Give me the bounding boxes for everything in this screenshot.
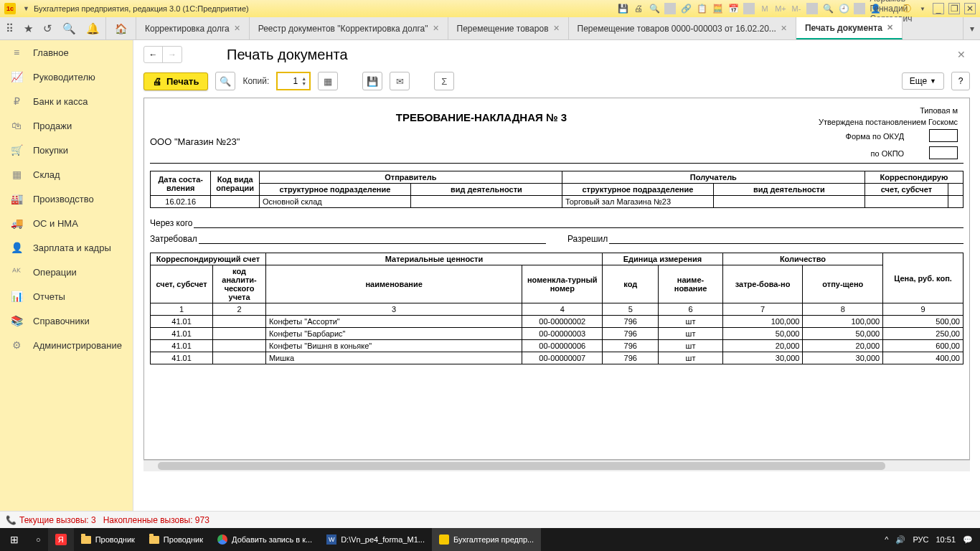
taskbar-label: Добавить запись в к... (232, 535, 312, 544)
m-plus-icon[interactable]: M+ (775, 3, 786, 14)
table-row: 41.01Мишка00-00000007796шт30,00030,00040… (151, 352, 963, 364)
sidebar-item-purchases[interactable]: 🛒Покупки (0, 138, 133, 162)
spin-up-icon[interactable]: ▲ (301, 76, 306, 81)
user-name[interactable]: Абрамов Геннадий Сергеевич (885, 3, 897, 14)
sidebar-item-admin[interactable]: ⚙Администрирование (0, 333, 133, 357)
tab-item[interactable]: Корректировка долга✕ (136, 17, 250, 39)
tab-item[interactable]: Перемещение товаров✕ (448, 17, 569, 39)
taskbar-item-active[interactable]: Бухгалтерия предпр... (432, 528, 541, 551)
maximize-button[interactable]: ❐ (948, 3, 960, 14)
th: Количество (722, 253, 882, 265)
print-button[interactable]: 🖨 Печать (143, 72, 208, 90)
taskbar-item[interactable]: Добавить запись в к... (210, 528, 319, 551)
th-extra (948, 184, 963, 196)
app-menu-dropdown-icon[interactable]: ▼ (23, 5, 29, 12)
calc-icon[interactable]: 🧮 (712, 3, 723, 14)
template-button[interactable]: ▦ (318, 72, 338, 90)
tab-item[interactable]: Перемещение товаров 0000-000003 от 16.02… (569, 17, 796, 39)
history-icon[interactable]: ↺ (43, 22, 52, 35)
calendar-icon[interactable]: 📅 (727, 3, 739, 14)
volume-icon[interactable]: 🔊 (895, 535, 905, 545)
sidebar-item-main[interactable]: ≡Главное (0, 40, 133, 65)
notifications-tray-icon[interactable]: 💬 (963, 535, 973, 545)
sidebar-item-sales[interactable]: 🛍Продажи (0, 113, 133, 138)
zoom-icon[interactable]: 🔍 (822, 3, 834, 14)
start-button[interactable]: ⊞ (0, 534, 29, 545)
spin-down-icon[interactable]: ▼ (301, 81, 306, 86)
titlebar-right: 💾 🖨 🔍 🔗 📋 🧮 📅 M M+ M- 🔍 🕘 👤 Абрамов Генн… (617, 3, 976, 14)
home-button[interactable]: 🏠 (105, 17, 136, 39)
forward-button[interactable]: → (163, 47, 182, 62)
preview-icon[interactable]: 🔍 (649, 3, 660, 14)
save-icon[interactable]: 💾 (617, 3, 628, 14)
favorite-icon[interactable]: ★ (24, 22, 33, 35)
tabbar-left-icons: ⠿ ★ ↺ 🔍 🔔 (0, 17, 105, 39)
apps-icon[interactable]: ⠿ (6, 22, 14, 35)
cortana-button[interactable]: ○ (29, 528, 48, 551)
scrollbar-thumb[interactable] (158, 462, 885, 470)
grid-icon: ▦ (10, 169, 23, 180)
email-button[interactable]: ✉ (390, 72, 410, 90)
preview-button[interactable]: 🔍 (215, 72, 235, 90)
toolbar: 🖨 Печать 🔍 Копий: ▲▼ ▦ 💾 ✉ Σ Еще▼ ? (133, 69, 980, 98)
titlebar: 1c ▼ Бухгалтерия предприятия, редакция 3… (0, 0, 980, 17)
chart-icon: 📈 (10, 71, 23, 83)
table-row: 41.01Конфеты "Барбарис"00-00000003796шт5… (151, 328, 963, 340)
link-icon[interactable]: 🔗 (680, 3, 692, 14)
close-icon[interactable]: ✕ (553, 24, 560, 33)
sidebar-item-assets[interactable]: 🚚ОС и НМА (0, 211, 133, 235)
m-minus-icon[interactable]: M- (791, 3, 802, 14)
back-icon[interactable]: 🕘 (838, 3, 849, 14)
minimize-button[interactable]: _ (933, 3, 944, 14)
yandex-button[interactable]: Я (48, 528, 74, 551)
taskbar-item[interactable]: WD:\Vn_pe4_forma_M1... (319, 528, 432, 551)
sum-button[interactable]: Σ (434, 72, 454, 90)
divider (150, 163, 963, 164)
tray-up-icon[interactable]: ^ (885, 535, 888, 544)
close-icon[interactable]: ✕ (433, 24, 439, 33)
clock[interactable]: 10:51 (936, 535, 956, 544)
form-header-1: Типовая м (814, 105, 962, 116)
search-icon[interactable]: 🔍 (62, 22, 76, 35)
sidebar-item-salary[interactable]: 👤Зарплата и кадры (0, 235, 133, 260)
tabs-dropdown-icon[interactable]: ▾ (963, 17, 980, 39)
taskbar-item[interactable]: Проводник (74, 528, 142, 551)
info-dropdown-icon[interactable]: ▼ (917, 3, 928, 14)
table-row: 41.01Конфеты "Вишня в коньяке"00-0000000… (151, 340, 963, 352)
document-scroll[interactable]: Типовая м Утверждена постановлением Госк… (143, 98, 970, 460)
close-icon[interactable]: ✕ (234, 24, 240, 33)
sidebar-item-manager[interactable]: 📈Руководителю (0, 65, 133, 89)
more-button[interactable]: Еще▼ (902, 72, 944, 90)
print-icon[interactable]: 🖨 (633, 3, 644, 14)
tab-item-active[interactable]: Печать документа✕ (796, 17, 903, 39)
sidebar-item-production[interactable]: 🏭Производство (0, 187, 133, 211)
copies-input[interactable]: ▲▼ (276, 72, 311, 90)
sidebar-item-warehouse[interactable]: ▦Склад (0, 162, 133, 187)
info-icon[interactable]: ⓘ (901, 3, 913, 14)
cell-acct (864, 196, 948, 208)
copy-icon[interactable]: 📋 (696, 3, 707, 14)
save-button[interactable]: 💾 (362, 72, 382, 90)
horizontal-scrollbar[interactable] (143, 460, 970, 471)
sidebar-item-operations[interactable]: ᴬᴷОперации (0, 260, 133, 284)
copies-field[interactable] (281, 76, 298, 86)
taskbar-item[interactable]: Проводник (142, 528, 210, 551)
close-icon[interactable]: ✕ (781, 24, 787, 33)
notifications-icon[interactable]: 🔔 (86, 22, 100, 35)
tabs: Корректировка долга✕ Реестр документов "… (136, 17, 963, 39)
help-button[interactable]: ? (951, 72, 970, 90)
close-button[interactable]: ✕ (964, 3, 976, 14)
taskbar-label: Проводник (164, 535, 203, 544)
sidebar-item-bank[interactable]: ₽Банк и касса (0, 89, 133, 113)
operations-icon: ᴬᴷ (10, 266, 23, 278)
close-page-button[interactable]: ✕ (957, 49, 970, 60)
m-icon[interactable]: M (759, 3, 771, 14)
back-button[interactable]: ← (144, 47, 163, 62)
sidebar-item-dictionaries[interactable]: 📚Справочники (0, 309, 133, 333)
cell-op (211, 196, 260, 208)
lang-indicator[interactable]: РУС (913, 535, 928, 544)
bars-icon: 📊 (10, 291, 23, 302)
tab-item[interactable]: Реестр документов "Корректировка долга"✕ (250, 17, 448, 39)
sidebar-item-reports[interactable]: 📊Отчеты (0, 284, 133, 309)
close-icon[interactable]: ✕ (887, 23, 893, 32)
